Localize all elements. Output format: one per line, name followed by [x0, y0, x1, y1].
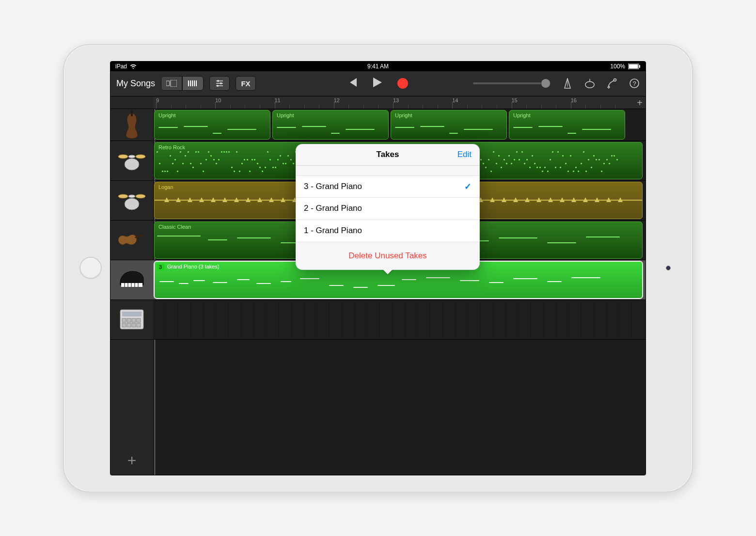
ruler-bar-11: 11 [275, 96, 281, 109]
status-bar: iPad 9:41 AM 100% [110, 62, 646, 71]
browser-view-button[interactable] [161, 76, 182, 91]
svg-rect-36 [122, 318, 126, 322]
track-lane-sampler[interactable] [153, 300, 646, 340]
svg-point-26 [128, 195, 135, 198]
take-item-1[interactable]: 1 - Grand Piano [296, 220, 479, 242]
go-to-start-button[interactable] [348, 78, 358, 89]
track-header-retro-rock[interactable] [110, 141, 153, 181]
svg-rect-38 [132, 318, 136, 322]
svg-rect-37 [127, 318, 131, 322]
svg-rect-8 [194, 80, 195, 86]
svg-point-19 [125, 158, 139, 170]
track-headers: + [110, 109, 153, 475]
svg-rect-43 [137, 323, 141, 327]
front-camera-icon [666, 266, 671, 270]
transport [348, 78, 408, 89]
app-toolbar: My Songs FX [110, 71, 646, 96]
clip-label: Grand Piano (3 takes) [167, 264, 220, 269]
svg-rect-40 [122, 323, 126, 327]
track-header-upright[interactable] [110, 109, 153, 141]
clip-label: Classic Clean [158, 224, 191, 230]
track-header-sampler[interactable] [110, 300, 153, 340]
svg-point-25 [136, 194, 145, 198]
svg-rect-6 [190, 80, 191, 86]
clip-label: Upright [395, 112, 412, 118]
svg-rect-35 [122, 312, 142, 316]
sampler-icon [117, 304, 147, 334]
popover-header: Takes Edit [296, 144, 479, 166]
svg-rect-42 [132, 323, 136, 327]
view-switch-group [161, 76, 204, 91]
ruler-spacer [110, 96, 153, 109]
delete-unused-takes-button[interactable]: Delete Unused Takes [296, 242, 479, 269]
take-label: 1 - Grand Piano [304, 226, 362, 236]
back-my-songs[interactable]: My Songs [116, 79, 155, 89]
metronome-icon[interactable] [562, 78, 573, 89]
add-track-button[interactable]: + [110, 447, 153, 475]
svg-rect-3 [166, 81, 170, 86]
svg-point-22 [128, 155, 135, 158]
svg-rect-27 [135, 234, 145, 238]
svg-point-24 [118, 194, 128, 198]
track-header-classic-clean[interactable] [110, 221, 153, 260]
ruler-bar-13: 13 [393, 96, 399, 109]
piano-icon [117, 265, 147, 295]
status-time: 9:41 AM [110, 63, 646, 70]
svg-point-15 [614, 79, 616, 81]
drums-icon [117, 185, 147, 215]
svg-rect-18 [131, 110, 133, 116]
popover-edit-button[interactable]: Edit [457, 150, 472, 159]
clip-upright-1[interactable]: Upright [154, 110, 270, 140]
check-icon: ✓ [464, 181, 472, 192]
clip-upright-2[interactable]: Upright [272, 110, 389, 140]
fx-button[interactable]: FX [236, 76, 256, 91]
tracks-area[interactable]: Upright Upright Upright Upright [153, 109, 646, 475]
svg-point-14 [585, 81, 594, 88]
add-section-button[interactable]: + [637, 97, 643, 109]
guitar-icon [117, 225, 147, 255]
help-icon[interactable]: ? [629, 78, 640, 89]
take-item-2[interactable]: 2 - Grand Piano [296, 198, 479, 220]
home-button[interactable] [79, 257, 102, 279]
clip-upright-3[interactable]: Upright [391, 110, 507, 140]
clip-label: Retro Rock [158, 144, 185, 150]
track-controls-button[interactable] [209, 76, 230, 91]
svg-point-12 [217, 85, 219, 87]
ruler-bar-15: 15 [512, 96, 518, 109]
play-button[interactable] [373, 78, 382, 89]
record-button[interactable] [397, 78, 408, 89]
take-label: 3 - Grand Piano [304, 182, 362, 191]
settings-icon[interactable] [607, 78, 617, 89]
right-tools: ? [473, 78, 640, 89]
take-item-3[interactable]: 3 - Grand Piano ✓ [296, 175, 479, 198]
popover-title: Takes [377, 150, 399, 159]
drums-icon [117, 145, 147, 175]
take-label: 2 - Grand Piano [304, 204, 362, 213]
clip-label: Upright [513, 112, 530, 118]
svg-point-21 [136, 155, 145, 158]
tracks-view-button[interactable] [182, 76, 204, 91]
track-header-logan[interactable] [110, 181, 153, 221]
ruler-bar-10: 10 [215, 96, 221, 109]
app-screen: iPad 9:41 AM 100% My Songs [110, 61, 646, 475]
track-header-grand-piano[interactable] [110, 260, 153, 300]
time-ruler[interactable]: + 910111213141516 [153, 96, 646, 109]
svg-rect-9 [196, 80, 197, 86]
clip-label: Upright [277, 112, 294, 118]
svg-point-23 [125, 198, 139, 210]
master-volume-slider[interactable] [473, 82, 551, 84]
svg-rect-4 [171, 80, 177, 87]
clip-upright-4[interactable]: Upright [509, 110, 625, 140]
cello-icon [117, 110, 147, 140]
take-badge[interactable]: 3 [157, 264, 164, 270]
ipad-frame: iPad 9:41 AM 100% My Songs [63, 44, 693, 492]
svg-rect-7 [192, 80, 193, 86]
ruler-bar-16: 16 [571, 96, 577, 109]
svg-rect-41 [127, 323, 131, 327]
track-lane-upright[interactable]: Upright Upright Upright Upright [153, 109, 646, 141]
loop-icon[interactable] [584, 78, 595, 89]
workspace: + Upright Upright Upright [110, 109, 646, 475]
svg-rect-39 [137, 318, 141, 322]
clip-label: Logan [158, 184, 173, 190]
ruler-bar-14: 14 [452, 96, 458, 109]
